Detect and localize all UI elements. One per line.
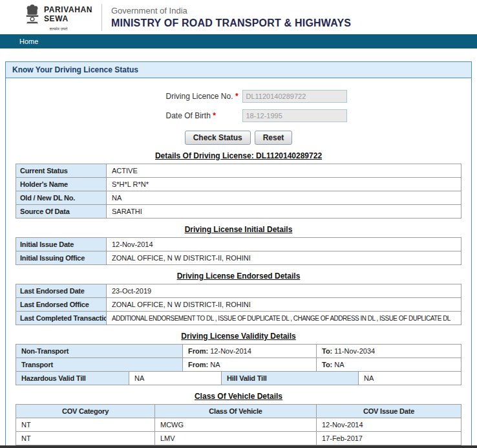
dl-number-label: Driving Licence No. * [166, 92, 242, 101]
row-label: Last Completed Transaction [16, 312, 107, 325]
from-label: From: [188, 347, 208, 355]
row-label: Initial Issue Date [16, 238, 107, 251]
row-label: Holder's Name [16, 178, 107, 191]
row-value: 12-Nov-2014 [107, 238, 461, 251]
to-label: To: [322, 361, 332, 368]
row-label: Source Of Data [16, 205, 107, 219]
from-value: NA [210, 361, 220, 368]
row-value: NA [359, 372, 461, 385]
row-value: 23-Oct-2019 [107, 284, 461, 298]
initial-details-table: Initial Issue Date 12-Nov-2014 Initial I… [16, 237, 461, 265]
table-row: Last Completed Transaction ADDITIONAL EN… [16, 312, 461, 325]
row-label: Transport [16, 358, 183, 372]
row-label: Hill Valid Till [222, 372, 359, 385]
validity-to-cell: To: NA [317, 358, 461, 372]
row-value: ZONAL OFFICE, N W DISTRICT-II, ROHINI [107, 251, 461, 265]
to-value: 11-Nov-2034 [334, 347, 375, 355]
brand-name-line1: PARIVAHAN [44, 6, 92, 15]
class-of-vehicle-cell: MCWG [155, 418, 317, 432]
section-title-initial: Driving License Initial Details [16, 225, 461, 234]
row-label: Hazardous Valid Till [16, 372, 129, 385]
from-label: From: [188, 361, 208, 368]
cov-issue-date-cell: 12-Nov-2014 [317, 418, 461, 432]
government-of-india-text: Government of India [111, 6, 351, 16]
form-buttons: Check Status Reset [16, 131, 461, 145]
nav-item-home[interactable]: Home [19, 37, 38, 45]
table-row: Source Of Data SARATHI [16, 205, 461, 219]
table-row: Last Endorsed Date 23-Oct-2019 [16, 284, 461, 298]
row-label: Current Status [16, 164, 107, 178]
class-of-vehicle-cell: LMV [155, 432, 317, 445]
validity-to-cell: To: 11-Nov-2034 [317, 345, 461, 358]
validity-extra-table: Hazardous Valid Till NA Hill Valid Till … [16, 371, 461, 385]
ministry-title: MINISTRY OF ROAD TRANSPORT & HIGHWAYS [111, 17, 351, 29]
dl-status-panel: Know Your Driving Licence Status Driving… [5, 61, 472, 448]
required-asterisk: * [235, 92, 238, 101]
reset-button[interactable]: Reset [255, 131, 293, 145]
table-row: NT LMV 17-Feb-2017 [16, 432, 461, 445]
row-label: Last Endorsed Office [16, 298, 107, 312]
table-header-row: COV Category Class Of Vehicle COV Issue … [16, 405, 461, 418]
section-title-details: Details Of Driving License: DL1120140289… [16, 151, 461, 160]
dob-input[interactable] [242, 109, 347, 122]
row-value: NA [107, 191, 461, 205]
validity-table: Non-Transport From: 12-Nov-2014 To: 11-N… [16, 344, 461, 372]
table-row: Last Endorsed Office ZONAL OFFICE, N W D… [16, 298, 461, 312]
row-value: ACTIVE [107, 164, 461, 178]
table-row: NT MCWG 12-Nov-2014 [16, 418, 461, 432]
section-title-endorsed: Driving License Endorsed Details [16, 272, 461, 281]
row-label: Last Endorsed Date [16, 284, 107, 298]
details-table: Current Status ACTIVE Holder's Name S*H*… [16, 164, 461, 219]
dob-label: Date Of Birth * [166, 111, 242, 120]
dob-row: Date Of Birth * [16, 109, 461, 122]
cov-issue-date-cell: 17-Feb-2017 [317, 432, 461, 445]
table-row: Initial Issuing Office ZONAL OFFICE, N W… [16, 251, 461, 265]
row-value: ZONAL OFFICE, N W DISTRICT-II, ROHINI [107, 298, 461, 312]
brand-name-line2: SEWA [44, 15, 92, 24]
dl-number-input[interactable] [242, 90, 347, 103]
section-title-cov: Class Of Vehicle Details [16, 392, 461, 401]
column-header: Class Of Vehicle [155, 405, 317, 418]
to-label: To: [322, 347, 332, 355]
from-value: 12-Nov-2014 [210, 347, 251, 355]
main-nav: Home [0, 34, 477, 48]
table-row: Hazardous Valid Till NA Hill Valid Till … [16, 372, 461, 385]
brand-name: PARIVAHAN SEWA [44, 6, 92, 24]
row-label: Old / New DL No. [16, 191, 107, 205]
ministry-block: Government of India MINISTRY OF ROAD TRA… [111, 6, 351, 29]
validity-from-cell: From: NA [183, 358, 317, 372]
header-divider [101, 4, 102, 31]
cov-category-cell: NT [16, 418, 155, 432]
row-value: S*H*L R*N* [107, 178, 461, 191]
check-status-button[interactable]: Check Status [185, 131, 251, 145]
endorsed-details-table: Last Endorsed Date 23-Oct-2019 Last Endo… [16, 284, 461, 325]
panel-body: Driving Licence No. * Date Of Birth * Ch… [6, 78, 471, 445]
row-value: ADDITIONAL ENDORSEMENT TO DL , ISSUE OF … [107, 312, 461, 325]
table-row: Non-Transport From: 12-Nov-2014 To: 11-N… [16, 345, 461, 358]
brand-logo: PARIVAHAN SEWA सत्यमेव जयते [25, 3, 92, 32]
cov-table: COV Category Class Of Vehicle COV Issue … [16, 404, 461, 445]
row-label: Initial Issuing Office [16, 251, 107, 265]
row-value: NA [129, 372, 222, 385]
dl-number-row: Driving Licence No. * [16, 90, 461, 103]
cov-category-cell: NT [16, 432, 155, 445]
section-title-validity: Driving License Validity Details [16, 332, 461, 341]
row-value: SARATHI [107, 205, 461, 219]
to-value: NA [334, 361, 344, 368]
table-row: Current Status ACTIVE [16, 164, 461, 178]
column-header: COV Category [16, 405, 155, 418]
required-asterisk: * [213, 111, 216, 120]
dl-number-label-text: Driving Licence No. [166, 92, 233, 101]
table-row: Holder's Name S*H*L R*N* [16, 178, 461, 191]
column-header: COV Issue Date [317, 405, 461, 418]
dob-label-text: Date Of Birth [166, 111, 211, 120]
table-row: Old / New DL No. NA [16, 191, 461, 205]
site-header: PARIVAHAN SEWA सत्यमेव जयते Government o… [0, 0, 477, 34]
emblem-icon [25, 3, 40, 27]
table-row: Transport From: NA To: NA [16, 358, 461, 372]
footer-strip [0, 445, 477, 448]
validity-from-cell: From: 12-Nov-2014 [183, 345, 317, 358]
brand-motto: सत्यमेव जयते [49, 27, 67, 32]
row-label: Non-Transport [16, 345, 183, 358]
panel-title: Know Your Driving Licence Status [6, 62, 471, 78]
